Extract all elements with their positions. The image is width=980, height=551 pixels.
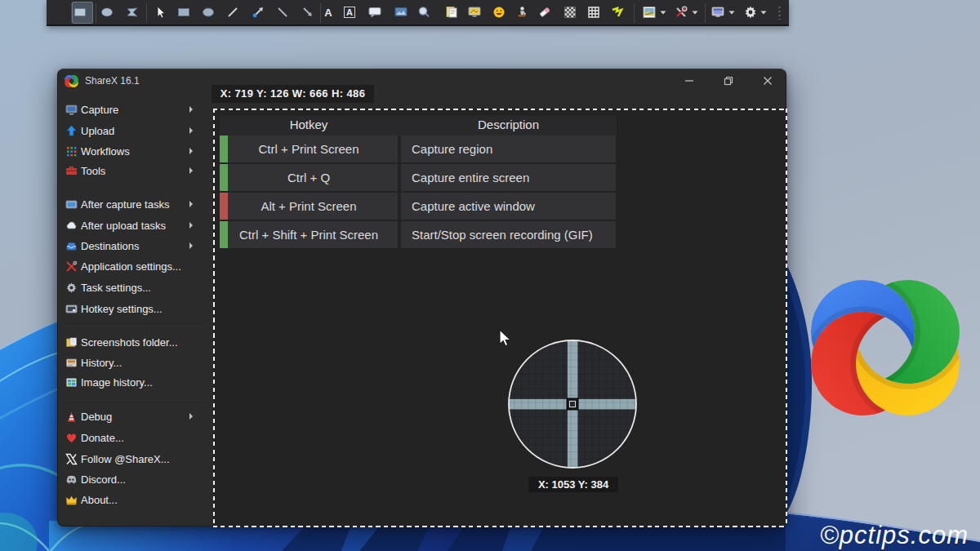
svg-text:A: A	[346, 7, 353, 17]
svg-text:A: A	[324, 7, 332, 19]
